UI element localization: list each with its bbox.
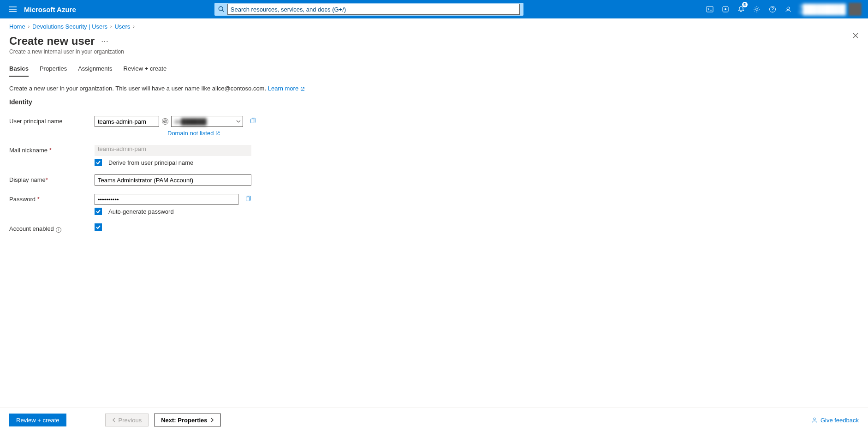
check-icon <box>95 224 101 230</box>
notification-badge: 5 <box>742 2 748 7</box>
search-icon <box>218 6 225 12</box>
feedback-icon[interactable] <box>781 0 796 18</box>
global-search[interactable] <box>214 3 523 16</box>
brand-label[interactable]: Microsoft Azure <box>24 6 76 13</box>
chevron-right-icon: › <box>28 24 30 29</box>
account-text: S████████████ D████████████ <box>799 4 846 15</box>
account-enabled-label: Account enabledi <box>9 223 95 233</box>
help-icon[interactable] <box>765 0 780 18</box>
svg-point-0 <box>219 6 223 11</box>
copy-upn-icon[interactable] <box>250 118 256 126</box>
mail-nickname-input: teams-admin-pam <box>95 145 251 156</box>
top-right-icons: 5 S████████████ D████████████ <box>702 0 864 18</box>
svg-point-5 <box>755 8 758 11</box>
avatar <box>849 3 862 16</box>
chevron-right-icon: › <box>110 24 112 29</box>
svg-point-4 <box>725 8 726 10</box>
copilot-icon[interactable] <box>718 0 733 18</box>
tab-assignments[interactable]: Assignments <box>78 65 112 77</box>
search-input[interactable] <box>227 4 520 15</box>
cloud-shell-icon[interactable] <box>702 0 717 18</box>
check-icon <box>95 209 101 214</box>
domain-not-listed-link[interactable]: Domain not listed <box>167 130 256 137</box>
derive-checkbox-label: Derive from user principal name <box>108 159 193 166</box>
account-menu[interactable]: S████████████ D████████████ <box>797 3 864 16</box>
azure-top-bar: Microsoft Azure 5 S████████████ D███████… <box>0 0 868 18</box>
display-name-label: Display name* <box>9 174 95 183</box>
svg-line-1 <box>222 10 224 12</box>
identity-section-header: Identity <box>9 98 859 106</box>
breadcrumb: Home› Devolutions Security | Users› User… <box>9 23 859 30</box>
tab-basics[interactable]: Basics <box>9 65 29 77</box>
at-symbol: @ <box>162 118 168 125</box>
svg-rect-2 <box>707 6 713 12</box>
more-actions-icon[interactable]: ⋯ <box>99 37 110 46</box>
chevron-right-icon: › <box>133 24 134 29</box>
account-enabled-checkbox[interactable] <box>95 223 102 231</box>
password-label: Password * <box>9 194 95 203</box>
breadcrumb-security-users[interactable]: Devolutions Security | Users <box>32 23 107 30</box>
info-icon[interactable]: i <box>56 227 61 233</box>
learn-more-link[interactable]: Learn more <box>268 85 305 92</box>
check-icon <box>95 160 101 165</box>
autogen-password-checkbox[interactable] <box>95 208 102 215</box>
upn-label: User principal name <box>9 116 95 125</box>
password-input[interactable] <box>95 194 238 205</box>
page-title: Create new user <box>9 35 95 48</box>
identity-form: User principal name @ de██████ Domain no… <box>9 116 859 233</box>
hamburger-menu-icon[interactable] <box>4 0 22 18</box>
tab-properties[interactable]: Properties <box>40 65 67 77</box>
external-link-icon <box>300 87 305 91</box>
page-content: Home› Devolutions Security | Users› User… <box>0 18 868 405</box>
mail-nickname-label: Mail nickname * <box>9 145 95 154</box>
svg-rect-8 <box>251 119 254 123</box>
svg-point-7 <box>787 7 790 10</box>
notifications-icon[interactable]: 5 <box>734 0 749 18</box>
chevron-down-icon <box>236 119 241 124</box>
tab-description: Create a new user in your organization. … <box>9 85 859 92</box>
tab-review-create[interactable]: Review + create <box>124 65 167 77</box>
copy-password-icon[interactable] <box>245 196 251 204</box>
breadcrumb-users[interactable]: Users <box>114 23 130 30</box>
external-link-icon <box>215 131 220 136</box>
tab-bar: Basics Properties Assignments Review + c… <box>9 65 859 77</box>
page-subtitle: Create a new internal user in your organ… <box>9 48 859 55</box>
svg-rect-9 <box>246 197 250 201</box>
domain-select[interactable]: de██████ <box>171 116 243 127</box>
upn-input[interactable] <box>95 116 159 127</box>
autogen-password-label: Auto-generate password <box>108 208 174 215</box>
breadcrumb-home[interactable]: Home <box>9 23 25 30</box>
close-blade-button[interactable] <box>852 32 859 40</box>
display-name-input[interactable] <box>95 174 251 186</box>
derive-checkbox[interactable] <box>95 159 102 166</box>
settings-gear-icon[interactable] <box>749 0 764 18</box>
